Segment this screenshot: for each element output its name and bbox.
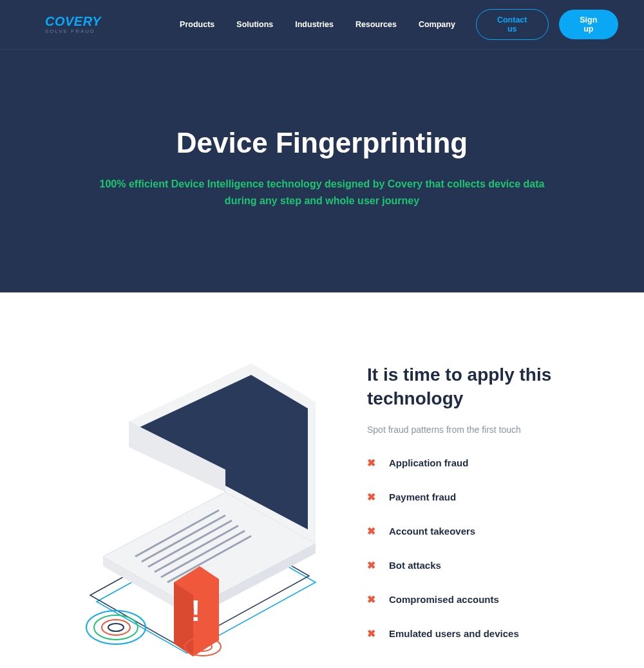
laptop-illustration: ! xyxy=(58,363,328,662)
x-icon: ✖ xyxy=(367,559,377,571)
nav-item-industries[interactable]: Industries xyxy=(295,20,334,29)
list-item: ✖ Bot attacks xyxy=(367,559,605,571)
list-item: ✖ Application fraud xyxy=(367,457,605,469)
svg-point-19 xyxy=(102,620,130,635)
nav-item-solutions[interactable]: Solutions xyxy=(236,20,273,29)
list-item-label: Payment fraud xyxy=(389,491,456,502)
signup-button[interactable]: Sign up xyxy=(559,10,618,39)
logo[interactable]: COVERY SOLVE FRAUD xyxy=(45,15,101,34)
list-item-label: Account takeovers xyxy=(389,526,475,537)
nav-item-resources[interactable]: Resources xyxy=(355,20,397,29)
list-item-label: Emulated users and devices xyxy=(389,628,519,639)
list-item: ✖ Payment fraud xyxy=(367,491,605,503)
x-icon: ✖ xyxy=(367,491,377,503)
nav-item-products[interactable]: Products xyxy=(180,20,214,29)
x-icon: ✖ xyxy=(367,627,377,640)
nav-item-company[interactable]: Company xyxy=(419,20,455,29)
hero-subtitle: 100% efficient Device Intelligence techn… xyxy=(97,176,547,209)
logo-tagline: SOLVE FRAUD xyxy=(45,29,101,34)
main-nav: Products Solutions Industries Resources … xyxy=(180,20,455,29)
list-item: ✖ Account takeovers xyxy=(367,525,605,537)
site-header: COVERY SOLVE FRAUD Products Solutions In… xyxy=(0,0,644,50)
svg-point-20 xyxy=(108,624,124,631)
section-subheading: Spot fraud patterns from the first touch xyxy=(367,425,605,435)
list-item-label: Application fraud xyxy=(389,457,468,468)
svg-point-18 xyxy=(94,615,138,640)
list-item-label: Compromised accounts xyxy=(389,594,499,605)
section-heading: It is time to apply this technology xyxy=(367,363,605,410)
svg-text:!: ! xyxy=(191,594,200,627)
hero: Device Fingerprinting 100% efficient Dev… xyxy=(0,50,644,292)
x-icon: ✖ xyxy=(367,525,377,537)
apply-tech-section: ! It is time to apply this technology Sp… xyxy=(0,292,644,668)
logo-text: COVERY xyxy=(45,15,101,28)
list-item: ✖ Compromised accounts xyxy=(367,593,605,606)
fraud-list: ✖ Application fraud ✖ Payment fraud ✖ Ac… xyxy=(367,457,605,640)
list-item-label: Bot attacks xyxy=(389,560,441,571)
x-icon: ✖ xyxy=(367,593,377,606)
x-icon: ✖ xyxy=(367,457,377,469)
list-item: ✖ Emulated users and devices xyxy=(367,627,605,640)
contact-button[interactable]: Contact us xyxy=(476,9,549,40)
hero-title: Device Fingerprinting xyxy=(26,127,618,159)
